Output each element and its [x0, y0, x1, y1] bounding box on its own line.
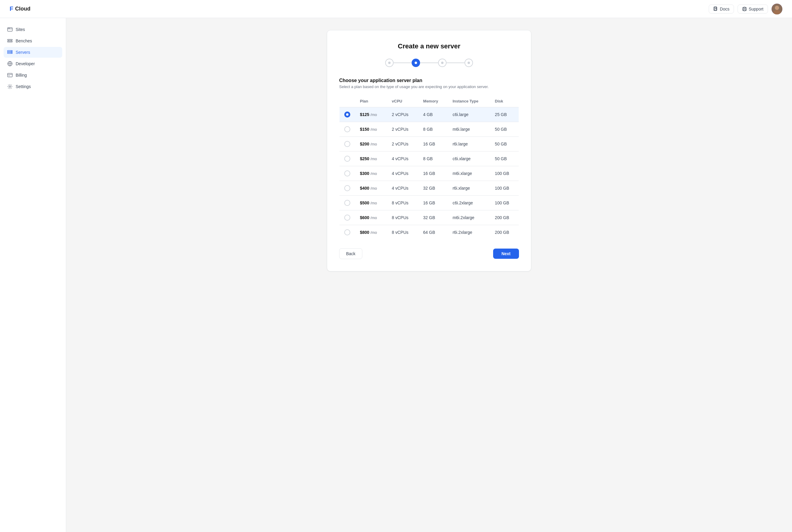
price-cell-2: $200 /mo [355, 137, 387, 151]
price-cell-5: $400 /mo [355, 181, 387, 196]
step-4-dot [468, 62, 470, 64]
sidebar-item-developer[interactable]: Developer [4, 58, 62, 69]
table-row[interactable]: $600 /mo 8 vCPUs 32 GB m6i.2xlarge 200 G… [339, 210, 519, 225]
servers-icon [7, 50, 13, 55]
header-actions: Docs Support [709, 4, 782, 15]
radio-cell-2[interactable] [339, 137, 355, 151]
disk-cell-1: 50 GB [490, 122, 519, 137]
support-label: Support [749, 6, 763, 12]
price-3: $250 [360, 156, 369, 161]
plan-table: Plan vCPU Memory Instance Type Disk $125 [339, 95, 519, 240]
radio-cell-0[interactable] [339, 107, 355, 122]
settings-icon [7, 84, 13, 89]
svg-rect-22 [7, 52, 12, 54]
back-button[interactable]: Back [339, 248, 362, 259]
price-2: $200 [360, 141, 369, 146]
memory-cell-6: 16 GB [418, 196, 448, 210]
main-content: Create a new server [66, 18, 792, 532]
price-1: $150 [360, 127, 369, 132]
price-mo-7: /mo [371, 215, 377, 220]
table-row[interactable]: $125 /mo 2 vCPUs 4 GB c6i.large 25 GB [339, 107, 519, 122]
memory-cell-8: 64 GB [418, 225, 448, 240]
step-3 [438, 59, 447, 67]
create-server-card: Create a new server [327, 30, 531, 271]
disk-cell-4: 100 GB [490, 166, 519, 181]
price-5: $400 [360, 186, 369, 191]
table-row[interactable]: $500 /mo 8 vCPUs 16 GB c6i.2xlarge 100 G… [339, 196, 519, 210]
radio-cell-4[interactable] [339, 166, 355, 181]
price-cell-8: $800 /mo [355, 225, 387, 240]
radio-cell-5[interactable] [339, 181, 355, 196]
table-row[interactable]: $200 /mo 2 vCPUs 16 GB r6i.large 50 GB [339, 137, 519, 151]
instance-cell-6: c6i.2xlarge [448, 196, 490, 210]
radio-3[interactable] [344, 156, 350, 162]
price-cell-3: $250 /mo [355, 151, 387, 166]
step-4 [465, 59, 473, 67]
step-2 [412, 59, 420, 67]
radio-cell-6[interactable] [339, 196, 355, 210]
table-row[interactable]: $400 /mo 4 vCPUs 32 GB r6i.xlarge 100 GB [339, 181, 519, 196]
logo-icon: F [10, 5, 13, 12]
instance-cell-4: m6i.xlarge [448, 166, 490, 181]
next-button[interactable]: Next [493, 249, 519, 259]
price-8: $800 [360, 230, 369, 235]
radio-0[interactable] [344, 112, 350, 117]
sidebar-item-settings[interactable]: Settings [4, 81, 62, 92]
memory-cell-1: 8 GB [418, 122, 448, 137]
svg-point-31 [9, 86, 11, 88]
vcpu-cell-0: 2 vCPUs [387, 107, 418, 122]
step-line-2 [420, 62, 438, 63]
svg-point-16 [9, 28, 10, 28]
disk-cell-8: 200 GB [490, 225, 519, 240]
sidebar-item-benches[interactable]: Benches [4, 36, 62, 46]
radio-5[interactable] [344, 185, 350, 191]
radio-4[interactable] [344, 170, 350, 176]
memory-cell-3: 8 GB [418, 151, 448, 166]
step-3-dot [441, 62, 444, 64]
sidebar-item-sites[interactable]: Sites [4, 24, 62, 35]
col-radio [339, 95, 355, 107]
svg-rect-13 [7, 28, 12, 31]
price-mo-2: /mo [371, 142, 377, 146]
docs-button[interactable]: Docs [709, 4, 734, 14]
radio-6[interactable] [344, 200, 350, 206]
radio-cell-7[interactable] [339, 210, 355, 225]
avatar[interactable] [772, 4, 782, 15]
developer-icon [7, 61, 13, 66]
price-mo-0: /mo [371, 112, 377, 117]
support-icon [742, 6, 747, 12]
disk-cell-0: 25 GB [490, 107, 519, 122]
disk-cell-2: 50 GB [490, 137, 519, 151]
radio-cell-3[interactable] [339, 151, 355, 166]
svg-point-11 [775, 6, 779, 10]
price-mo-3: /mo [371, 157, 377, 161]
svg-point-15 [8, 28, 9, 28]
avatar-image [772, 4, 782, 15]
instance-cell-2: r6i.large [448, 137, 490, 151]
plan-table-header: Plan vCPU Memory Instance Type Disk [339, 95, 519, 107]
sidebar-item-servers[interactable]: Servers [4, 47, 62, 58]
support-button[interactable]: Support [738, 4, 768, 14]
radio-1[interactable] [344, 126, 350, 132]
col-plan: Plan [355, 95, 387, 107]
instance-cell-1: m6i.large [448, 122, 490, 137]
price-0: $125 [360, 112, 369, 117]
radio-2[interactable] [344, 141, 350, 147]
table-row[interactable]: $800 /mo 8 vCPUs 64 GB r6i.2xlarge 200 G… [339, 225, 519, 240]
table-row[interactable]: $300 /mo 4 vCPUs 16 GB m6i.xlarge 100 GB [339, 166, 519, 181]
col-vcpu: vCPU [387, 95, 418, 107]
memory-cell-0: 4 GB [418, 107, 448, 122]
docs-icon [713, 6, 718, 12]
section-title: Choose your application server plan [339, 78, 519, 83]
sidebar: Sites Benches Se [0, 18, 66, 532]
step-line-3 [447, 62, 465, 63]
instance-cell-3: c6i.xlarge [448, 151, 490, 166]
radio-cell-8[interactable] [339, 225, 355, 240]
radio-8[interactable] [344, 229, 350, 235]
radio-7[interactable] [344, 215, 350, 221]
sidebar-item-billing[interactable]: Billing [4, 70, 62, 80]
table-row[interactable]: $150 /mo 2 vCPUs 8 GB m6i.large 50 GB [339, 122, 519, 137]
radio-cell-1[interactable] [339, 122, 355, 137]
price-mo-6: /mo [371, 201, 377, 205]
table-row[interactable]: $250 /mo 4 vCPUs 8 GB c6i.xlarge 50 GB [339, 151, 519, 166]
